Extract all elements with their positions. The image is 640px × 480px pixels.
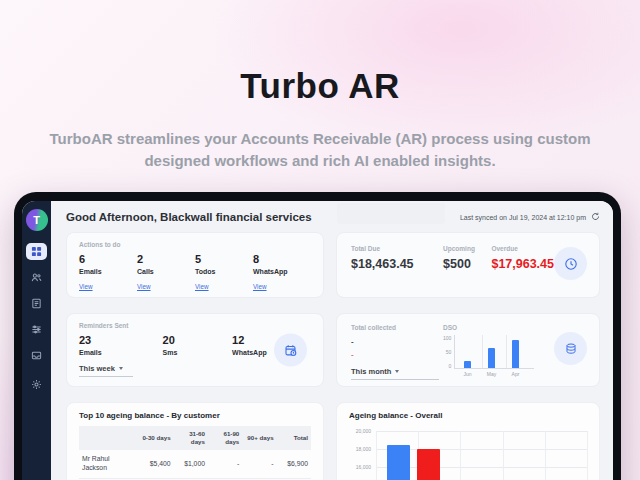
dashboard-screen: T Good Afternoon, Blackwall financial se… <box>22 201 613 480</box>
dso-bar-apr <box>512 340 519 368</box>
view-whatsapp-link[interactable]: View <box>253 283 267 290</box>
emails-count: 6 <box>79 253 137 265</box>
table-header-row: 0-30 days 31-60 days 61-90 days 90+ days… <box>79 426 311 450</box>
ageing-overall-chart: 20,000 18,000 16,000 14,000 12,000 10,00… <box>349 428 589 480</box>
total-due-card: Total Due $18,463.45 Upcoming $500 Overd… <box>336 232 600 298</box>
sidebar-item-invoices[interactable] <box>26 295 47 312</box>
dashboard-device-frame: T Good Afternoon, Blackwall financial se… <box>14 192 621 480</box>
todos-count: 5 <box>195 253 253 265</box>
todos-label: Todos <box>195 268 253 275</box>
reminders-sent-card: Reminders Sent 23 Emails 20 Sms 12 Whats… <box>66 313 324 387</box>
sidebar-item-inbox[interactable] <box>26 347 47 364</box>
upcoming-value: $500 <box>443 257 491 271</box>
overdue-value: $17,963.45 <box>491 257 554 271</box>
gear-icon <box>31 376 42 394</box>
dso-label: DSO <box>443 324 534 331</box>
refresh-icon[interactable] <box>591 212 600 222</box>
table-card-title: Top 10 ageing balance - By customer <box>79 411 311 420</box>
y-tick: 16,000 <box>349 464 371 470</box>
dso-xtick: May <box>484 371 499 377</box>
total-collected-label: Total collected <box>351 324 439 331</box>
ageing-by-customer-card: Top 10 ageing balance - By customer 0-30… <box>66 402 324 480</box>
coins-icon <box>554 332 587 365</box>
dso-bar-may <box>488 348 495 368</box>
chevron-down-icon <box>119 367 123 370</box>
turbo-ar-logo[interactable]: T <box>26 209 48 231</box>
y-tick: 18,000 <box>349 446 371 452</box>
sliders-icon <box>31 321 42 339</box>
users-icon <box>31 269 42 287</box>
stat-emails: 6 Emails View <box>79 253 137 293</box>
page-subtitle: TurboAR streamlines your Accounts Receiv… <box>20 128 620 172</box>
overdue-label: Overdue <box>491 245 554 252</box>
reminder-emails-count: 23 <box>79 334 163 346</box>
clock-icon <box>554 247 587 280</box>
sidebar-item-dashboard[interactable] <box>26 243 47 260</box>
dso-xtick: Jun <box>460 371 475 377</box>
ageing-bar-total-due <box>387 445 410 480</box>
actions-to-do-card: Actions to do 6 Emails View 2 Calls View… <box>66 232 324 298</box>
page-title: Turbo AR <box>0 66 640 106</box>
document-icon <box>31 295 42 313</box>
ageing-table: 0-30 days 31-60 days 61-90 days 90+ days… <box>79 426 311 480</box>
calls-count: 2 <box>137 253 195 265</box>
stat-reminder-sms: 20 Sms <box>163 334 233 356</box>
stat-reminder-emails: 23 Emails <box>79 334 163 356</box>
this-week-dropdown[interactable]: This week <box>79 362 133 377</box>
dso-bar-jun <box>464 361 471 368</box>
stat-todos: 5 Todos View <box>195 253 253 293</box>
emails-label: Emails <box>79 268 137 275</box>
sidebar-item-settings[interactable] <box>26 376 47 393</box>
this-month-dropdown[interactable]: This month <box>351 365 439 380</box>
sidebar-item-customers[interactable] <box>26 269 47 286</box>
sidebar-item-workflows[interactable] <box>26 321 47 338</box>
whatsapp-label: WhatsApp <box>253 268 311 275</box>
total-collected-secondary-value: - <box>351 350 439 359</box>
calls-label: Calls <box>137 268 195 275</box>
chevron-down-icon <box>395 370 399 373</box>
greeting-heading: Good Afternoon, Blackwall financial serv… <box>66 211 312 223</box>
total-collected-card: Total collected - - This month DSO 100 5… <box>336 313 600 387</box>
ageing-chart-title: Ageing balance - Overall <box>349 411 589 420</box>
view-calls-link[interactable]: View <box>137 283 151 290</box>
stat-calls: 2 Calls View <box>137 253 195 293</box>
ageing-bar-overdue <box>417 449 440 480</box>
actions-card-title: Actions to do <box>79 241 311 248</box>
reminder-sms-count: 20 <box>163 334 233 346</box>
last-synced-text: Last synced on Jul 19, 2024 at 12:10 pm <box>460 214 586 221</box>
view-todos-link[interactable]: View <box>195 283 209 290</box>
view-emails-link[interactable]: View <box>79 283 93 290</box>
ageing-overall-card: Ageing balance - Overall 20,000 18,000 1… <box>336 402 600 480</box>
grid-icon <box>31 243 42 261</box>
upcoming-label: Upcoming <box>443 245 491 252</box>
dso-xtick: Apr <box>508 371 523 377</box>
dso-mini-chart: DSO 100 50 0 <box>443 324 534 386</box>
reminder-sms-label: Sms <box>163 349 233 356</box>
reminder-emails-label: Emails <box>79 349 163 356</box>
inbox-icon <box>31 347 42 365</box>
total-collected-value: - <box>351 337 439 346</box>
sidebar: T <box>22 201 51 480</box>
y-tick: 20,000 <box>349 428 371 434</box>
stat-whatsapp: 8 WhatsApp View <box>253 253 311 293</box>
calendar-clock-icon <box>274 334 307 367</box>
dashboard-main: Good Afternoon, Blackwall financial serv… <box>51 201 613 480</box>
reminders-card-title: Reminders Sent <box>79 322 311 329</box>
total-due-value: $18,463.45 <box>351 257 443 271</box>
total-due-label: Total Due <box>351 245 443 252</box>
whatsapp-count: 8 <box>253 253 311 265</box>
table-row: Mr Rahul Jackson $5,400 $1,000 - - $6,90… <box>79 450 311 478</box>
